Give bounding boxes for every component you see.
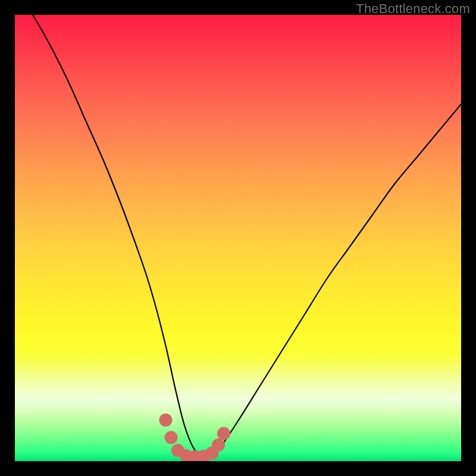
plot-area [15,15,461,461]
trough-dot [217,427,230,440]
trough-dot [159,414,173,427]
bottleneck-curve [15,15,461,458]
trough-dot [212,439,225,452]
chart-frame: TheBottleneck.com [0,0,476,476]
curve-layer [15,15,461,461]
trough-markers [159,414,231,461]
trough-dot [165,431,178,444]
